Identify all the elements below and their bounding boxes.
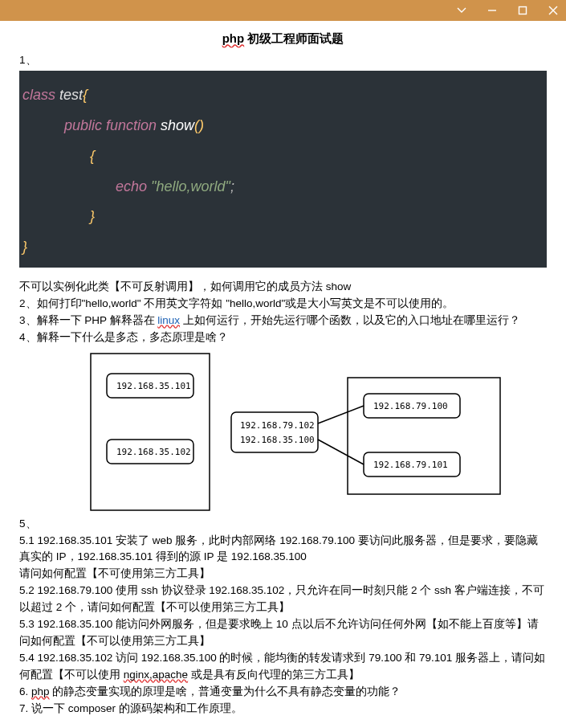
title-prefix: php [222, 31, 245, 45]
ip-right-bottom: 192.168.79.101 [373, 460, 448, 470]
q1-text: 不可以实例化此类【不可反射调用】，如何调用它的成员方法 show [19, 279, 547, 296]
close-icon[interactable] [545, 2, 561, 18]
code-semicolon: ; [230, 178, 234, 194]
q5-2-text: 5.2 192.168.79.100 使用 ssh 协议登录 192.168.3… [19, 583, 547, 616]
code-brace: { [83, 87, 88, 103]
q6-pre: 6. [19, 685, 31, 697]
code-brace: { [90, 148, 95, 164]
code-paren-close: ) [199, 117, 204, 133]
q5-4-wave: nginx,apache [124, 669, 188, 681]
chevron-down-icon[interactable] [454, 2, 470, 18]
q1-label: 1、 [19, 52, 547, 69]
code-class-name: test [55, 87, 83, 103]
svg-rect-1 [519, 7, 527, 14]
q7-text: 7. 说一下 composer 的源码架构和工作原理。 [19, 701, 547, 718]
q5-label: 5、 [19, 516, 547, 533]
q3-post: 上如何运行，开始先运行哪个函数，以及它的入口地址在哪里运行？ [180, 314, 520, 326]
q5-1b-text: 请问如何配置【不可使用第三方工具】 [19, 566, 547, 583]
q3-text: 3、解释一下 PHP 解释器在 linux 上如何运行，开始先运行哪个函数，以及… [19, 313, 547, 329]
ip-left-top: 192.168.35.101 [116, 381, 191, 391]
window-titlebar [0, 0, 566, 21]
q5-1-text: 5.1 192.168.35.101 安装了 web 服务，此时内部网络 192… [19, 533, 547, 566]
ip-left-bottom: 192.168.35.102 [116, 447, 191, 457]
network-diagram: 192.168.35.101 192.168.35.102 192.168.79… [19, 350, 547, 514]
q5-3-text: 5.3 192.168.35.100 能访问外网服务，但是要求晚上 10 点以后… [19, 616, 547, 650]
svg-line-12 [318, 440, 364, 464]
minimize-icon[interactable] [484, 2, 500, 18]
code-block: class test{ public function show() { ech… [19, 71, 547, 268]
code-func-name: show [157, 117, 194, 133]
linux-link[interactable]: linux [157, 314, 180, 326]
ip-mid-top: 192.168.79.102 [240, 420, 315, 431]
code-keyword-public: public [64, 117, 102, 133]
q3-pre: 3、解释一下 PHP 解释器在 [19, 314, 157, 326]
q4-text: 4、解释一下什么是多态，多态原理是啥？ [19, 329, 547, 346]
code-keyword-echo: echo [116, 178, 147, 194]
q2-text: 2、如何打印"hello,world" 不用英文字符如 "hello,world… [19, 296, 547, 313]
title-rest: 初级工程师面试题 [244, 31, 344, 45]
q6-post: 的静态变量实现的原理是啥，普通变量为什么不具有静态变量的功能？ [50, 685, 401, 697]
q5-4-text: 5.4 192.168.35.102 访问 192.168.35.100 的时候… [19, 650, 547, 684]
maximize-icon[interactable] [515, 2, 531, 18]
code-string: "hello,world" [147, 178, 230, 194]
page-title: php 初级工程师面试题 [19, 29, 547, 47]
code-keyword-function: function [102, 117, 157, 133]
code-keyword-class: class [22, 87, 55, 103]
svg-rect-7 [231, 412, 318, 452]
q6-text: 6. php 的静态变量实现的原理是啥，普通变量为什么不具有静态变量的功能？ [19, 684, 547, 701]
ip-right-top: 192.168.79.100 [373, 401, 448, 411]
q5-4-post: 或是具有反向代理的第三方工具】 [188, 669, 360, 681]
q6-wave: php [31, 685, 50, 697]
document-body: php 初级工程师面试题 1、 class test{ public funct… [0, 21, 566, 718]
ip-mid-bottom: 192.168.35.100 [240, 435, 315, 445]
code-brace: } [22, 239, 27, 255]
svg-line-11 [318, 406, 364, 423]
code-brace: } [90, 208, 95, 224]
